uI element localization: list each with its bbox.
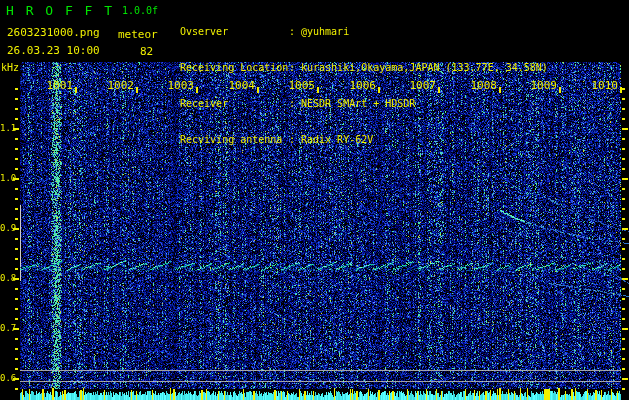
hrofft-screen: H R O F F T 1.0.0f 2603231000.png meteor… [0, 0, 629, 400]
info-label: Receiver [180, 98, 289, 110]
x-tick-label-1003: 1003 [164, 80, 194, 92]
info-value: NESDR SMArt + HDSDR [301, 98, 415, 110]
y-axis-unit: kHz [1, 62, 19, 73]
x-tick-label-1001: 1001 [43, 80, 73, 92]
info-row-receiver: Receiver : NESDR SMArt + HDSDR [180, 98, 629, 110]
y-tick-label-1.0: 1.0 [0, 173, 13, 183]
app-version: 1.0.0f [122, 5, 158, 16]
info-separator: : [289, 62, 301, 74]
x-tick-label-1009: 1009 [527, 80, 557, 92]
y-tick-label-0.7: 0.7 [0, 323, 13, 333]
info-value: Radix RY-62V [301, 134, 373, 146]
x-tick-label-1010: 1010 [588, 80, 618, 92]
frame-timestamp: 26.03.23 10:00 [7, 44, 100, 57]
info-separator: : [289, 134, 301, 146]
x-tick-label-1002: 1002 [104, 80, 134, 92]
filename: 2603231000.png [7, 26, 100, 39]
info-label: Receiving Location [180, 62, 289, 74]
info-separator: : [289, 98, 301, 110]
y-tick-label-0.8: 0.8 [0, 273, 13, 283]
y-tick-label-0.9: 0.9 [0, 223, 13, 233]
y-tick-label-1.1: 1.1 [0, 123, 13, 133]
x-tick-label-1004: 1004 [225, 80, 255, 92]
info-row-observer: Ovserver : @yuhmari [180, 26, 629, 38]
meteor-count-label: meteor [118, 28, 158, 41]
info-label: Ovserver [180, 26, 289, 38]
info-separator: : [289, 26, 301, 38]
x-tick-label-1005: 1005 [285, 80, 315, 92]
info-row-antenna: Recviving antenna : Radix RY-62V [180, 134, 629, 146]
x-tick-label-1008: 1008 [467, 80, 497, 92]
info-label: Recviving antenna [180, 134, 289, 146]
app-title: H R O F F T [6, 3, 114, 18]
x-tick-label-1007: 1007 [406, 80, 436, 92]
meteor-count-value: 82 [140, 45, 153, 58]
info-row-location: Receiving Location : kurashiki,Okayama,J… [180, 62, 629, 74]
info-value: kurashiki,Okayama,JAPAN (133.77E, 34.58N… [301, 62, 548, 74]
y-tick-label-0.6: 0.6 [0, 373, 13, 383]
x-tick-label-1006: 1006 [346, 80, 376, 92]
info-value: @yuhmari [301, 26, 349, 38]
